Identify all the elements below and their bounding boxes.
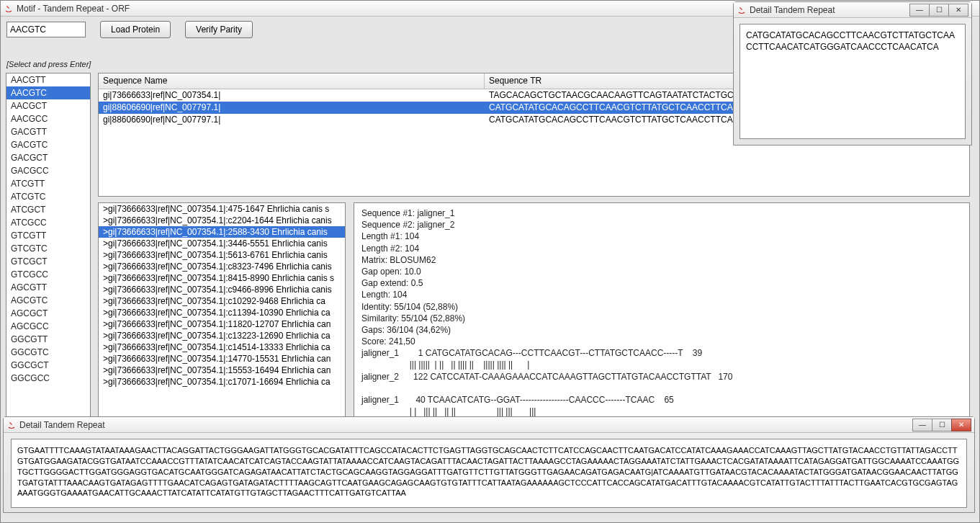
orf-item[interactable]: >gi|73666633|ref|NC_007354.1|:11820-1270…: [99, 318, 345, 330]
detail-bottom-titlebar[interactable]: Detail Tandem Repeat — ☐ ✕: [4, 417, 974, 433]
sequence-name-cell: gi|88606690|ref|NC_007797.1|: [99, 114, 485, 126]
java-icon: [737, 5, 747, 15]
sequence-name-cell: gi|73666633|ref|NC_007354.1|: [99, 89, 485, 102]
load-protein-button[interactable]: Load Protein: [100, 21, 171, 38]
orf-item[interactable]: >gi|73666633|ref|NC_007354.1|:8415-8990 …: [99, 272, 345, 284]
motif-item[interactable]: AACGCT: [6, 99, 90, 112]
minimize-button[interactable]: —: [912, 419, 932, 432]
detail-bottom-body[interactable]: GTGAATTTTCAAAGTATAATAAAGAACTTACAGGATTACT…: [11, 439, 967, 508]
detail-top-window[interactable]: Detail Tandem Repeat — ☐ ✕ CATGCATATGCAC…: [733, 1, 972, 146]
alignment-panel: Sequence #1: jaligner_1 Sequence #2: jal…: [354, 202, 970, 427]
motif-item[interactable]: AGCGTC: [6, 294, 90, 307]
motif-item[interactable]: ATCGTT: [6, 177, 90, 190]
detail-bottom-window[interactable]: Detail Tandem Repeat — ☐ ✕ GTGAATTTTCAAA…: [3, 416, 975, 513]
motif-item[interactable]: ATCGTC: [6, 190, 90, 203]
detail-top-body[interactable]: CATGCATATGCACAGCCTTCAACGTCTTATGCTCAACCTT…: [740, 24, 966, 139]
orf-item[interactable]: >gi|73666633|ref|NC_007354.1|:c2204-1644…: [99, 215, 345, 226]
orf-item[interactable]: >gi|73666633|ref|NC_007354.1|:5613-6761 …: [99, 249, 345, 261]
maximize-button[interactable]: ☐: [932, 419, 952, 432]
motif-list[interactable]: AACGTTAACGTCAACGCTAACGCCGACGTTGACGTCGACG…: [6, 73, 91, 427]
motif-item[interactable]: GGCGCT: [6, 359, 90, 372]
detail-top-titlebar[interactable]: Detail Tandem Repeat — ☐ ✕: [734, 2, 971, 18]
orf-item[interactable]: >gi|73666633|ref|NC_007354.1|:3446-5551 …: [99, 238, 345, 249]
detail-top-title: Detail Tandem Repeat: [750, 5, 910, 15]
motif-item[interactable]: GTCGCC: [6, 268, 90, 281]
orf-list[interactable]: >gi|73666633|ref|NC_007354.1|:475-1647 E…: [98, 202, 346, 427]
motif-item[interactable]: GACGTT: [6, 125, 90, 138]
motif-item[interactable]: AGCGCT: [6, 307, 90, 320]
motif-item[interactable]: GTCGTT: [6, 229, 90, 242]
orf-item[interactable]: >gi|73666633|ref|NC_007354.1|:2588-3430 …: [99, 226, 345, 238]
motif-item[interactable]: AGCGTT: [6, 281, 90, 294]
motif-item[interactable]: ATCGCT: [6, 203, 90, 216]
motif-item[interactable]: AACGTC: [6, 86, 90, 99]
maximize-button[interactable]: ☐: [929, 4, 949, 17]
motif-item[interactable]: GACGCT: [6, 151, 90, 164]
motif-item[interactable]: GTCGCT: [6, 255, 90, 268]
col-sequence-name[interactable]: Sequence Name: [99, 73, 485, 89]
window-buttons: — ☐ ✕: [913, 419, 971, 432]
motif-item[interactable]: AACGCC: [6, 112, 90, 125]
motif-item[interactable]: GGCGTC: [6, 346, 90, 359]
motif-item[interactable]: AGCGCC: [6, 320, 90, 333]
orf-item[interactable]: >gi|73666633|ref|NC_007354.1|:14770-1553…: [99, 353, 345, 365]
search-hint: [Select and press Enter]: [6, 60, 91, 68]
motif-search-input[interactable]: [6, 22, 86, 37]
sequence-name-cell: gi|88606690|ref|NC_007797.1|: [99, 102, 485, 114]
motif-item[interactable]: GTCGTC: [6, 242, 90, 255]
java-icon: [4, 4, 14, 14]
motif-item[interactable]: GACGTC: [6, 138, 90, 151]
window-buttons: — ☐ ✕: [910, 4, 968, 17]
motif-item[interactable]: GGCGTT: [6, 333, 90, 346]
close-button[interactable]: ✕: [948, 4, 968, 17]
detail-bottom-title: Detail Tandem Repeat: [19, 420, 913, 430]
orf-item[interactable]: >gi|73666633|ref|NC_007354.1|:c8323-7496…: [99, 261, 345, 272]
motif-item[interactable]: ATCGCC: [6, 216, 90, 229]
minimize-button[interactable]: —: [909, 4, 930, 17]
orf-item[interactable]: >gi|73666633|ref|NC_007354.1|:15553-1649…: [99, 365, 345, 376]
orf-item[interactable]: >gi|73666633|ref|NC_007354.1|:c17071-166…: [99, 376, 345, 388]
motif-item[interactable]: GGCGCC: [6, 372, 90, 385]
close-button[interactable]: ✕: [951, 419, 971, 432]
verify-parity-button[interactable]: Verify Parity: [185, 21, 253, 38]
orf-item[interactable]: >gi|73666633|ref|NC_007354.1|:c9466-8996…: [99, 284, 345, 295]
java-icon: [6, 420, 17, 430]
orf-item[interactable]: >gi|73666633|ref|NC_007354.1|:c10292-946…: [99, 295, 345, 307]
motif-item[interactable]: AACGTT: [6, 73, 90, 86]
orf-item[interactable]: >gi|73666633|ref|NC_007354.1|:c14514-133…: [99, 341, 345, 353]
orf-item[interactable]: >gi|73666633|ref|NC_007354.1|:475-1647 E…: [99, 203, 345, 215]
motif-item[interactable]: GACGCC: [6, 164, 90, 177]
orf-item[interactable]: >gi|73666633|ref|NC_007354.1|:c11394-103…: [99, 307, 345, 318]
orf-item[interactable]: >gi|73666633|ref|NC_007354.1|:c13223-126…: [99, 330, 345, 341]
